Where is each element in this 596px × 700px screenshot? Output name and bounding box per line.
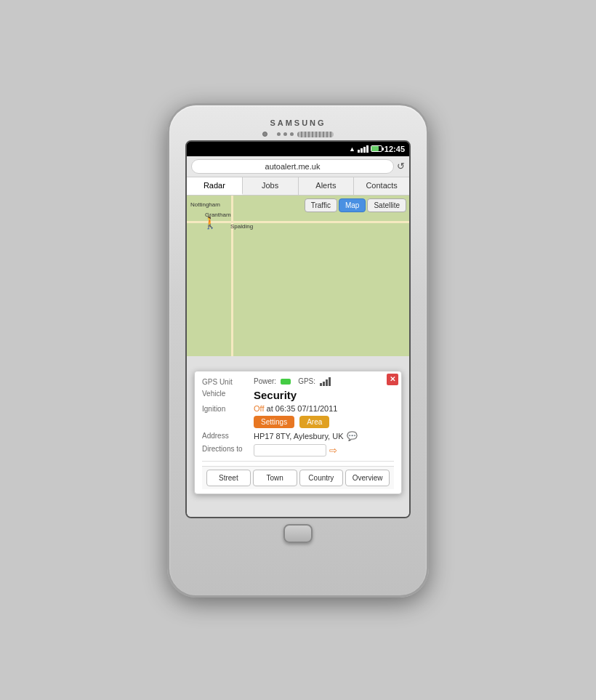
map-background: Nottingham Grantham Spalding 🚶: [187, 196, 409, 356]
speaker-grill: [297, 132, 334, 137]
address-share-icon[interactable]: 💬: [347, 431, 358, 441]
signal-bars: [358, 145, 369, 153]
tab-alerts[interactable]: Alerts: [299, 177, 355, 195]
gps-unit-label: GPS Unit: [202, 377, 249, 386]
tab-radar[interactable]: Radar: [187, 177, 243, 195]
settings-button[interactable]: Settings: [254, 416, 294, 428]
country-button[interactable]: Country: [299, 470, 344, 486]
reload-button[interactable]: ↺: [397, 161, 405, 172]
camera-dot: [262, 132, 267, 137]
home-button[interactable]: [283, 524, 313, 543]
action-buttons: Settings Area: [254, 416, 329, 428]
popup-body: GPS Unit Power: GPS:: [195, 371, 401, 494]
url-bar[interactable]: autoalert.me.uk: [191, 159, 394, 174]
tab-jobs[interactable]: Jobs: [243, 177, 299, 195]
map-controls: Traffic Map Satellite: [305, 198, 406, 212]
gps-unit-row: GPS Unit Power: GPS:: [202, 377, 394, 386]
browser-bar: autoalert.me.uk ↺: [187, 156, 409, 177]
front-camera-area: [262, 132, 334, 137]
battery-icon: [371, 145, 382, 152]
info-popup: ✕ GPS Unit Power: GPS:: [194, 371, 402, 494]
map-label-nottingham: Nottingham: [190, 201, 220, 208]
power-text: Power:: [254, 377, 276, 385]
town-button[interactable]: Town: [253, 470, 297, 486]
directions-row: Directions to ⇨: [202, 444, 394, 456]
phone-top: SAMSUNG: [177, 118, 419, 127]
vehicle-label: Vehicle: [202, 389, 249, 398]
street-button[interactable]: Street: [206, 470, 251, 486]
address-label: Address: [202, 431, 249, 440]
address-value: HP17 8TY, Aylesbury, UK: [254, 432, 344, 440]
dot2: [283, 132, 287, 136]
popup-close-button[interactable]: ✕: [387, 374, 398, 385]
directions-share-icon[interactable]: ⇨: [329, 445, 337, 456]
ignition-row: Ignition Off at 06:35 07/11/2011: [202, 404, 394, 413]
map-button[interactable]: Map: [339, 198, 366, 212]
time-display: 12:45: [384, 145, 405, 153]
directions-input[interactable]: [254, 444, 326, 456]
directions-input-group: ⇨: [254, 444, 337, 456]
phone-bottom: [283, 524, 313, 543]
overview-button[interactable]: Overview: [345, 470, 390, 486]
directions-label: Directions to: [202, 444, 249, 453]
map-label-spalding: Spalding: [230, 223, 253, 230]
popup-divider: [202, 461, 394, 462]
person-icon: 🚶: [203, 216, 217, 230]
address-row: Address HP17 8TY, Aylesbury, UK 💬: [202, 431, 394, 441]
gps-signal-bars: [320, 377, 331, 386]
street-buttons-row: Street Town Country Overview: [202, 466, 394, 489]
gps-text: GPS:: [298, 377, 315, 385]
dot1: [277, 132, 281, 136]
map-area[interactable]: Nottingham Grantham Spalding 🚶 Traffic M…: [187, 196, 409, 356]
ignition-value: Off at 06:35 07/11/2011: [254, 404, 394, 413]
action-buttons-row: Settings Area: [202, 416, 394, 428]
status-icons: ▲ 12:45: [349, 145, 405, 153]
vehicle-name: Security: [254, 389, 394, 401]
nav-tabs: Radar Jobs Alerts Contacts: [187, 177, 409, 196]
phone-device: SAMSUNG ▲ 12:45: [167, 103, 429, 598]
dot3: [290, 132, 294, 136]
area-button[interactable]: Area: [299, 416, 329, 428]
power-indicator: [281, 379, 291, 385]
tab-contacts[interactable]: Contacts: [354, 177, 409, 195]
wifi-icon: ▲: [349, 145, 355, 153]
ignition-label: Ignition: [202, 404, 249, 413]
power-gps-row: Power: GPS:: [254, 377, 331, 386]
vehicle-row: Vehicle Security: [202, 389, 394, 401]
main-content: Nottingham Grantham Spalding 🚶 Traffic M…: [187, 196, 409, 517]
satellite-button[interactable]: Satellite: [367, 198, 406, 212]
content-area: ✕ GPS Unit Power: GPS:: [187, 356, 409, 517]
brand-logo: SAMSUNG: [270, 118, 326, 127]
ignition-status: Off: [254, 404, 264, 413]
battery-fill: [371, 146, 379, 151]
dots-row: [277, 132, 294, 136]
status-bar: ▲ 12:45: [187, 142, 409, 156]
address-value-container: HP17 8TY, Aylesbury, UK 💬: [254, 431, 358, 441]
phone-screen: ▲ 12:45 autoalert.me.uk ↺ Radar Jobs: [185, 140, 411, 518]
empty-label: [202, 416, 249, 417]
ignition-time: at 06:35 07/11/2011: [264, 404, 337, 413]
traffic-button[interactable]: Traffic: [305, 198, 337, 212]
